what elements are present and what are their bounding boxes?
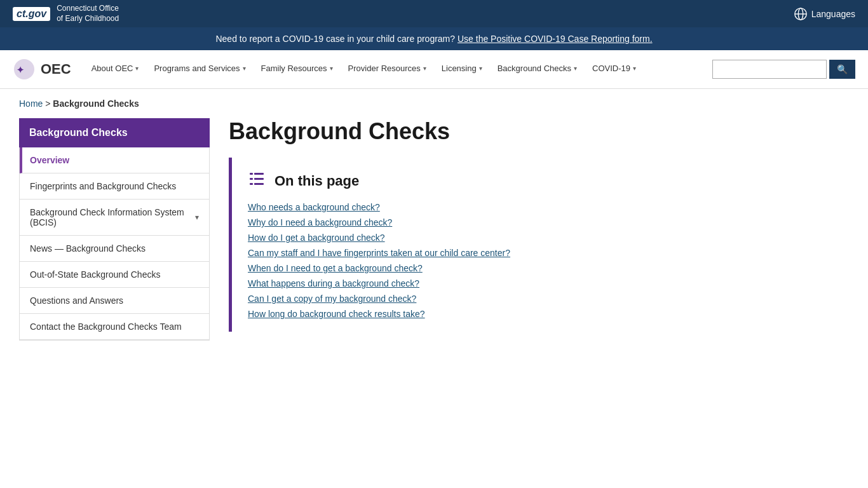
on-this-page-box: On this page Who needs a background chec… bbox=[229, 158, 849, 332]
sidebar-item[interactable]: Overview bbox=[20, 147, 209, 173]
sidebar-item-label: Fingerprints and Background Checks bbox=[30, 181, 176, 191]
chevron-down-icon: ▾ bbox=[330, 65, 333, 72]
sidebar-item-label: News — Background Checks bbox=[30, 243, 146, 254]
sidebar-item-label: Out-of-State Background Checks bbox=[30, 269, 160, 280]
nav-item-label: Provider Resources bbox=[348, 64, 421, 73]
svg-rect-9 bbox=[250, 178, 253, 180]
chevron-down-icon: ▾ bbox=[423, 65, 426, 72]
search-button[interactable]: 🔍 bbox=[829, 60, 855, 79]
sidebar-item-label: Background Check Information System (BCI… bbox=[30, 207, 195, 227]
nav-item-programs-and-services[interactable]: Programs and Services▾ bbox=[146, 52, 253, 86]
sidebar-nav: OverviewFingerprints and Background Chec… bbox=[19, 147, 210, 341]
chevron-down-icon: ▾ bbox=[243, 65, 246, 72]
sidebar-item[interactable]: News — Background Checks bbox=[20, 236, 209, 262]
gov-bar: ct.gov Connecticut Office of Early Child… bbox=[0, 0, 868, 27]
sidebar-item[interactable]: Questions and Answers bbox=[20, 288, 209, 314]
nav-item-covid-19[interactable]: COVID-19▾ bbox=[585, 52, 644, 86]
agency-name: Connecticut Office of Early Childhood bbox=[57, 4, 119, 24]
breadcrumb-current: Background Checks bbox=[53, 98, 139, 109]
sidebar-item-label: Contact the Background Checks Team bbox=[30, 322, 182, 332]
expand-icon: ▾ bbox=[195, 213, 199, 222]
breadcrumb-home[interactable]: Home bbox=[19, 98, 43, 109]
svg-text:✦: ✦ bbox=[17, 65, 24, 75]
content-area: Background Checks OverviewFingerprints a… bbox=[0, 118, 868, 360]
sidebar-header: Background Checks bbox=[19, 118, 210, 147]
on-this-page-link[interactable]: How long do background check results tak… bbox=[248, 309, 425, 319]
on-this-page-title: On this page bbox=[275, 173, 359, 189]
sidebar-item[interactable]: Background Check Information System (BCI… bbox=[20, 200, 209, 236]
nav-item-about-oec[interactable]: About OEC▾ bbox=[84, 52, 147, 86]
chevron-down-icon: ▾ bbox=[479, 65, 482, 72]
on-this-page-link[interactable]: How do I get a background check? bbox=[248, 233, 385, 243]
search-input[interactable] bbox=[712, 60, 827, 79]
list-item: When do I need to get a background check… bbox=[248, 263, 833, 273]
breadcrumb-separator: > bbox=[45, 98, 53, 109]
sidebar-item-label: Overview bbox=[30, 155, 69, 165]
oec-logo-text: OEC bbox=[41, 61, 71, 78]
nav-item-provider-resources[interactable]: Provider Resources▾ bbox=[341, 52, 434, 86]
list-item: Can my staff and I have fingerprints tak… bbox=[248, 248, 833, 258]
chevron-down-icon: ▾ bbox=[135, 65, 139, 72]
covid-reporting-link[interactable]: Use the Positive COVID-19 Case Reporting… bbox=[458, 34, 653, 44]
ct-gov-logo: ct.gov bbox=[13, 7, 50, 21]
sidebar-item-label: Questions and Answers bbox=[30, 295, 123, 306]
svg-rect-7 bbox=[254, 183, 264, 185]
sidebar-item[interactable]: Fingerprints and Background Checks bbox=[20, 173, 209, 200]
gov-logo: ct.gov Connecticut Office of Early Child… bbox=[13, 4, 119, 24]
list-item: Can I get a copy of my background check? bbox=[248, 294, 833, 304]
list-item: Why do I need a background check? bbox=[248, 217, 833, 227]
covid-banner: Need to report a COVID-19 case in your c… bbox=[0, 27, 868, 50]
sidebar-item[interactable]: Out-of-State Background Checks bbox=[20, 262, 209, 288]
nav-item-label: Programs and Services bbox=[154, 64, 240, 73]
main-content: Background Checks On this page Who needs bbox=[229, 118, 849, 341]
sidebar-item[interactable]: Contact the Background Checks Team bbox=[20, 314, 209, 340]
on-this-page-link[interactable]: Why do I need a background check? bbox=[248, 217, 392, 227]
svg-rect-10 bbox=[250, 183, 253, 185]
chevron-down-icon: ▾ bbox=[633, 65, 636, 72]
nav-item-label: Licensing bbox=[442, 64, 477, 73]
svg-rect-6 bbox=[254, 178, 264, 180]
list-icon bbox=[248, 170, 266, 192]
sidebar: Background Checks OverviewFingerprints a… bbox=[19, 118, 210, 341]
main-nav: ✦ OEC About OEC▾Programs and Services▾Fa… bbox=[0, 50, 868, 89]
nav-item-family-resources[interactable]: Family Resources▾ bbox=[254, 52, 341, 86]
on-this-page-header: On this page bbox=[248, 170, 833, 192]
svg-rect-8 bbox=[250, 173, 253, 175]
on-this-page-links: Who needs a background check?Why do I ne… bbox=[248, 202, 833, 319]
globe-icon bbox=[794, 7, 808, 21]
on-this-page-link[interactable]: Can I get a copy of my background check? bbox=[248, 294, 416, 304]
on-this-page-link[interactable]: What happens during a background check? bbox=[248, 278, 419, 288]
breadcrumb: Home > Background Checks bbox=[0, 89, 868, 118]
on-this-page-link[interactable]: When do I need to get a background check… bbox=[248, 263, 423, 273]
nav-items: About OEC▾Programs and Services▾Family R… bbox=[84, 52, 712, 86]
oec-logo[interactable]: ✦ OEC bbox=[13, 50, 71, 88]
oec-logo-icon: ✦ bbox=[13, 58, 36, 81]
languages-button[interactable]: Languages bbox=[794, 7, 855, 21]
list-item: Who needs a background check? bbox=[248, 202, 833, 212]
nav-item-label: About OEC bbox=[92, 64, 133, 73]
page-title: Background Checks bbox=[229, 118, 849, 145]
nav-item-background-checks[interactable]: Background Checks▾ bbox=[490, 52, 585, 86]
nav-item-licensing[interactable]: Licensing▾ bbox=[434, 52, 490, 86]
on-this-page-link[interactable]: Who needs a background check? bbox=[248, 202, 380, 212]
svg-rect-5 bbox=[254, 173, 264, 175]
list-item: How long do background check results tak… bbox=[248, 309, 833, 319]
list-item: How do I get a background check? bbox=[248, 233, 833, 243]
on-this-page-link[interactable]: Can my staff and I have fingerprints tak… bbox=[248, 248, 510, 258]
nav-item-label: Background Checks bbox=[498, 64, 571, 73]
nav-search: 🔍 bbox=[712, 60, 855, 79]
nav-item-label: COVID-19 bbox=[592, 64, 630, 73]
list-item: What happens during a background check? bbox=[248, 278, 833, 288]
chevron-down-icon: ▾ bbox=[574, 65, 577, 72]
nav-item-label: Family Resources bbox=[261, 64, 327, 73]
